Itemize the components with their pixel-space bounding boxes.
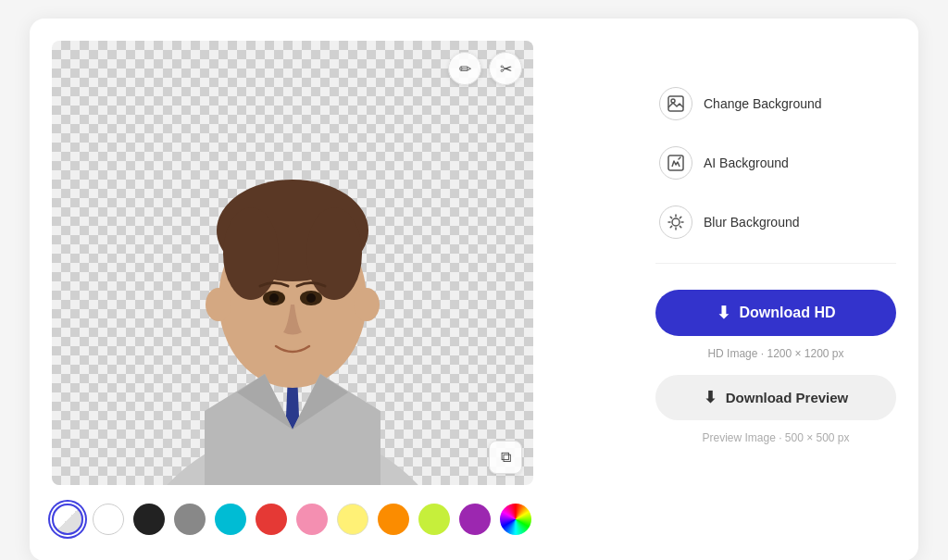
change-background-icon [659, 87, 692, 120]
main-container: ✏ ✂ ⧉ [30, 19, 918, 560]
color-palette [52, 500, 618, 539]
svg-point-13 [206, 288, 231, 321]
svg-line-24 [680, 226, 680, 227]
change-background-label: Change Background [704, 96, 822, 111]
color-swatch-gray[interactable] [174, 504, 206, 535]
toolbar-top: ✏ ✂ [448, 52, 522, 85]
svg-line-23 [670, 217, 671, 218]
erase-tool-button[interactable]: ✂ [489, 52, 522, 85]
preview-info: Preview Image · 500 × 500 px [655, 431, 896, 444]
download-hd-icon: ⬇ [717, 303, 730, 323]
color-swatch-pink[interactable] [296, 504, 328, 535]
svg-line-26 [670, 226, 671, 227]
download-preview-button[interactable]: ⬇ Download Preview [655, 375, 896, 420]
ai-background-option[interactable]: AI Background [655, 137, 896, 189]
color-swatch-cyan[interactable] [215, 504, 246, 535]
svg-line-25 [680, 217, 680, 218]
layers-button[interactable]: ⧉ [489, 441, 522, 474]
left-panel: ✏ ✂ ⧉ [52, 41, 618, 539]
svg-point-8 [306, 207, 362, 300]
download-hd-label: Download HD [740, 305, 836, 321]
blur-background-label: Blur Background [704, 215, 800, 230]
right-panel: Change Background AI Background [655, 41, 896, 444]
change-background-option[interactable]: Change Background [655, 78, 896, 130]
brush-icon: ✏ [459, 60, 471, 78]
person-image [52, 41, 533, 485]
svg-point-14 [354, 288, 380, 321]
color-swatch-orange[interactable] [378, 504, 409, 535]
layers-icon: ⧉ [501, 449, 511, 466]
download-preview-label: Download Preview [726, 390, 849, 405]
color-swatch-red[interactable] [256, 504, 287, 535]
download-preview-icon: ⬇ [704, 388, 717, 407]
svg-point-11 [269, 293, 279, 303]
svg-point-18 [672, 218, 680, 226]
ai-background-label: AI Background [704, 156, 789, 170]
color-swatch-white[interactable] [93, 504, 124, 535]
svg-point-12 [306, 293, 316, 303]
scissors-icon: ✂ [500, 60, 512, 78]
brush-tool-button[interactable]: ✏ [448, 52, 481, 85]
svg-rect-15 [668, 96, 683, 111]
ai-background-icon [659, 146, 692, 180]
person-svg [52, 41, 533, 485]
svg-point-7 [223, 207, 279, 300]
color-swatch-transparent[interactable] [52, 504, 83, 535]
divider [655, 263, 896, 264]
hd-info: HD Image · 1200 × 1200 px [655, 347, 896, 360]
color-swatch-rainbow[interactable] [500, 504, 531, 535]
color-swatch-lime[interactable] [418, 504, 450, 535]
blur-background-icon [659, 205, 692, 239]
toolbar-bottom: ⧉ [489, 441, 522, 474]
image-container: ✏ ✂ ⧉ [52, 41, 533, 485]
download-hd-button[interactable]: ⬇ Download HD [655, 290, 896, 336]
color-swatch-purple[interactable] [459, 504, 491, 535]
color-swatch-yellow[interactable] [337, 504, 368, 535]
color-swatch-black[interactable] [133, 504, 165, 535]
blur-background-option[interactable]: Blur Background [655, 196, 896, 248]
